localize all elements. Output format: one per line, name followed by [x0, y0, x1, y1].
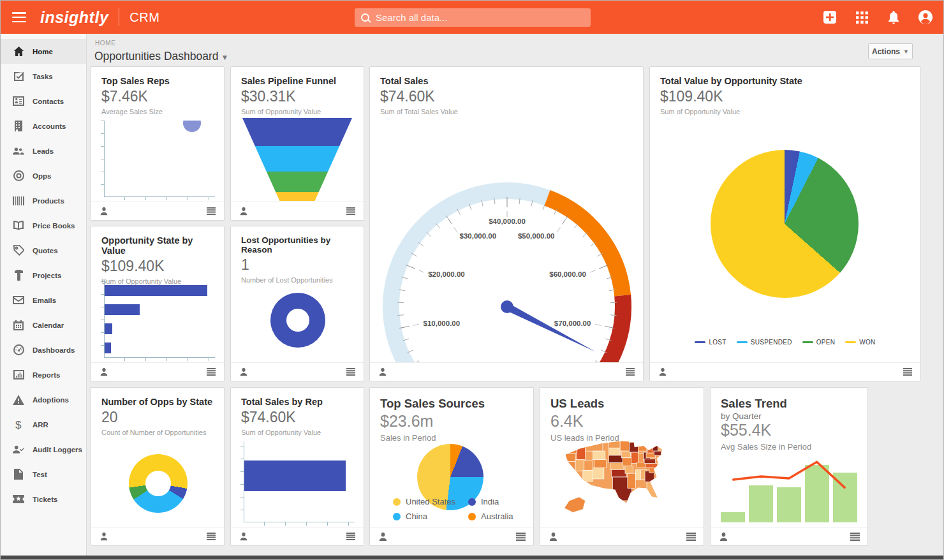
svg-text:$10,000.00: $10,000.00 — [424, 320, 461, 327]
svg-text:$70,000.00: $70,000.00 — [554, 320, 591, 327]
card-subtitle: Sales in Period — [380, 433, 523, 443]
card-subtitle: Average Sales Size — [101, 108, 214, 115]
card-title: Sales Pipeline Funnel — [241, 76, 353, 86]
svg-text:$30,000.00: $30,000.00 — [460, 232, 497, 240]
sidebar-item-test[interactable]: Test — [1, 462, 86, 487]
list-view-icon[interactable] — [625, 367, 635, 377]
global-search[interactable] — [355, 8, 591, 27]
card-value: $23.6m — [380, 412, 523, 431]
list-view-icon[interactable] — [206, 531, 216, 542]
sidebar-item-emails[interactable]: Emails — [1, 288, 86, 313]
list-view-icon[interactable] — [903, 367, 913, 377]
card-value: $74.60K — [380, 88, 633, 105]
card-value: 20 — [101, 409, 214, 426]
legend-item: LOST — [695, 339, 726, 346]
owner-filter-icon[interactable] — [718, 531, 728, 542]
owner-filter-icon[interactable] — [99, 367, 109, 377]
card-title: Top Sales Sources — [380, 397, 523, 411]
card-title: Top Sales Reps — [101, 76, 214, 86]
sidebar-item-projects[interactable]: Projects — [1, 263, 86, 288]
search-input[interactable] — [376, 12, 580, 23]
sidebar-item-dashboards[interactable]: Dashboards — [1, 337, 86, 362]
owner-filter-icon[interactable] — [99, 531, 109, 542]
quick-add-icon[interactable] — [822, 10, 837, 25]
sidebar-item-reports[interactable]: Reports — [1, 362, 86, 387]
owner-filter-icon[interactable] — [239, 531, 249, 542]
donut-chart — [270, 293, 325, 348]
card-title: US Leads — [550, 397, 693, 411]
page-title[interactable]: Opportunities Dashboard▼ — [94, 50, 228, 63]
target-icon — [13, 170, 24, 182]
owner-filter-icon[interactable] — [378, 367, 388, 377]
chart-legend: United States India China Australia — [393, 497, 527, 521]
sidebar-item-price-books[interactable]: Price Books — [1, 213, 86, 238]
notifications-bell-icon[interactable] — [886, 10, 901, 25]
owner-filter-icon[interactable] — [658, 367, 668, 377]
document-icon — [13, 469, 24, 480]
sidebar-item-tickets[interactable]: Tickets — [1, 487, 86, 512]
chevron-down-icon: ▼ — [221, 53, 229, 62]
sidebar-item-contacts[interactable]: Contacts — [1, 89, 86, 114]
warning-triangle-icon — [13, 394, 24, 406]
card-top-sales-sources: Top Sales Sources $23.6m Sales in Period… — [369, 387, 534, 546]
sidebar-item-arr[interactable]: $ ARR — [1, 412, 86, 437]
legend-item: United States — [393, 497, 468, 506]
insightly-logo: insightly — [40, 8, 108, 27]
list-view-icon[interactable] — [206, 206, 216, 216]
list-view-icon[interactable] — [515, 531, 526, 542]
sidebar-item-quotes[interactable]: Quotes — [1, 238, 86, 263]
svg-text:$20,000.00: $20,000.00 — [428, 270, 465, 278]
bar-line-chart — [719, 457, 859, 522]
card-total-value-by-opportunity-state: Total Value by Opportunity State $109.40… — [649, 66, 921, 381]
owner-filter-icon[interactable] — [99, 206, 109, 216]
menu-icon[interactable] — [12, 12, 26, 22]
legend-item: SUSPENDED — [737, 339, 792, 346]
gauge-chart: $0.00$10,000.00$20,000.00$30,000.00$40,0… — [370, 109, 644, 367]
owner-filter-icon[interactable] — [548, 531, 558, 542]
hammer-icon — [13, 270, 24, 281]
owner-filter-icon[interactable] — [239, 367, 249, 377]
legend-item: Australia — [468, 512, 527, 521]
sidebar-item-audit-loggers[interactable]: Audit Loggers — [1, 437, 86, 462]
sidebar-item-calendar[interactable]: Calendar — [1, 313, 86, 337]
book-icon — [13, 220, 24, 232]
card-subtitle: Sum of Opportunity Value — [241, 429, 353, 436]
gauge-icon — [13, 344, 24, 356]
list-view-icon[interactable] — [850, 531, 860, 542]
list-view-icon[interactable] — [346, 531, 356, 542]
building-icon — [13, 121, 24, 132]
calendar-icon — [13, 320, 24, 331]
bar-chart — [244, 441, 355, 522]
sidebar-item-opps[interactable]: Opps — [1, 163, 86, 188]
sidebar-item-home[interactable]: Home — [1, 39, 86, 64]
card-subtitle: Count of Number of Opportunities — [101, 429, 214, 436]
sidebar-item-tasks[interactable]: Tasks — [1, 64, 86, 89]
home-icon — [13, 46, 24, 57]
sidebar-item-leads[interactable]: Leads — [1, 138, 86, 163]
sidebar-item-accounts[interactable]: Accounts — [1, 114, 86, 138]
top-navigation-bar: insightly CRM — [1, 1, 944, 34]
card-number-of-opps-by-state: Number of Opps by State 20 Count of Numb… — [91, 387, 225, 546]
list-view-icon[interactable] — [686, 531, 696, 542]
list-view-icon[interactable] — [346, 367, 356, 377]
actions-button[interactable]: Actions▼ — [868, 43, 913, 59]
chart-legend: LOST SUSPENDED OPEN WON — [650, 339, 920, 346]
owner-filter-icon[interactable] — [378, 531, 388, 542]
owner-filter-icon[interactable] — [239, 206, 249, 216]
pie-chart — [711, 150, 859, 298]
divider — [119, 8, 119, 26]
card-total-sales-by-rep: Total Sales by Rep $74.60K Sum of Opport… — [230, 387, 364, 546]
tag-icon — [13, 245, 24, 256]
card-top-sales-reps: Top Sales Reps $7.46K Average Sales Size — [91, 66, 225, 221]
sidebar-item-adoptions[interactable]: Adoptions — [1, 387, 86, 412]
apps-grid-icon[interactable] — [854, 10, 869, 25]
card-total-sales: Total Sales $74.60K Sum of Total Sales V… — [369, 66, 644, 381]
profile-avatar-icon[interactable] — [918, 10, 933, 25]
bar-chart — [104, 280, 215, 358]
card-sales-trend: Sales Trend by Quarter $55.4K Avg Sales … — [710, 387, 868, 546]
list-view-icon[interactable] — [346, 206, 356, 216]
sidebar-item-products[interactable]: Products — [1, 188, 86, 213]
window-bottom-edge — [1, 556, 943, 559]
svg-text:$: $ — [15, 419, 22, 431]
list-view-icon[interactable] — [206, 367, 216, 377]
